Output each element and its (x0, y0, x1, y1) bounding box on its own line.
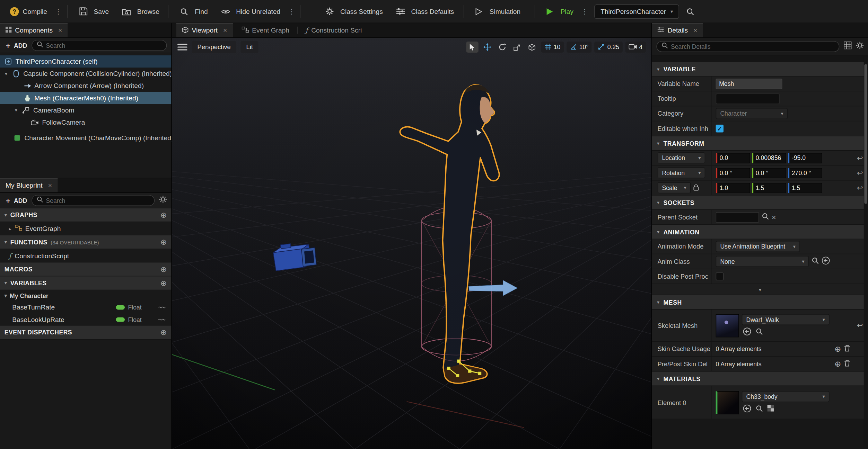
coordinate-space-button[interactable] (526, 42, 538, 53)
add-array-element-button[interactable]: ⊕ (834, 344, 841, 353)
my-blueprint-search-field[interactable] (46, 197, 150, 204)
not-editable-icon[interactable] (158, 304, 166, 311)
close-icon[interactable]: × (58, 27, 62, 34)
variable-name-field[interactable]: Mesh (716, 78, 782, 89)
variable-baseturnrate[interactable]: BaseTurnRate Float (0, 301, 171, 313)
tree-item-cameraboom[interactable]: ▾ CameraBoom (0, 104, 171, 116)
tree-item-mesh[interactable]: Mesh (CharacterMesh0) (Inherited) (0, 92, 171, 104)
anim-class-use-selected-button[interactable] (822, 257, 830, 267)
socket-clear-button[interactable]: × (772, 213, 776, 221)
anim-class-dropdown[interactable]: None ▾ (716, 256, 809, 267)
rotation-z-field[interactable]: 270.0 ° (788, 168, 822, 178)
functions-section-header[interactable]: ▾ FUNCTIONS (34 OVERRIDABLE) ⊕ (0, 235, 171, 249)
add-component-button[interactable]: ＋ ADD (5, 40, 27, 50)
location-dropdown[interactable]: Location ▾ (658, 152, 705, 163)
details-search-input[interactable] (656, 41, 839, 52)
section-variable-header[interactable]: ▾ VARIABLE (652, 62, 868, 77)
location-y-field[interactable]: 0.000856 (752, 153, 786, 163)
debug-object-dropdown[interactable]: ThirdPersonCharacter ▾ (595, 4, 679, 19)
tree-item-arrow[interactable]: Arrow Component (Arrow) (Inherited) (0, 80, 171, 92)
viewport-3d[interactable]: Perspective Lit 10 10° (172, 38, 651, 449)
add-event-dispatcher-button[interactable]: ⊕ (160, 328, 167, 337)
viewport-options-menu-icon[interactable] (177, 43, 187, 52)
not-editable-icon[interactable] (158, 316, 166, 323)
add-macro-button[interactable]: ⊕ (160, 265, 167, 274)
chevron-down-icon[interactable]: ▾ (13, 107, 19, 113)
tab-details[interactable]: Details × (652, 23, 703, 37)
disable-post-process-checkbox[interactable] (716, 272, 724, 280)
section-transform-header[interactable]: ▾ TRANSFORM (652, 136, 868, 151)
material-dropdown[interactable]: Ch33_body ▾ (742, 391, 830, 402)
find-button[interactable]: Find (172, 2, 213, 20)
hide-unrelated-button[interactable]: Hide Unrelated (213, 2, 286, 20)
tab-construction-script[interactable]: ƒ Construction Scri (300, 23, 367, 37)
variable-baselookuprate[interactable]: BaseLookUpRate Float (0, 314, 171, 326)
rotation-dropdown[interactable]: Rotation ▾ (658, 167, 705, 178)
scale-y-field[interactable]: 1.5 (752, 182, 786, 193)
scale-x-field[interactable]: 1.0 (716, 182, 750, 193)
scale-lock-icon[interactable] (693, 183, 699, 192)
chevron-down-icon[interactable]: ▾ (3, 71, 9, 77)
components-search-field[interactable] (46, 42, 162, 48)
animation-advanced-expander[interactable]: ▾ (652, 284, 868, 295)
location-x-field[interactable]: 0.0 (716, 153, 750, 163)
move-tool-button[interactable] (481, 42, 493, 53)
close-icon[interactable]: × (693, 27, 697, 34)
close-icon[interactable]: × (48, 182, 52, 189)
chevron-right-icon[interactable]: ▸ (9, 226, 11, 232)
compile-options-menu[interactable]: ⋮ (53, 8, 64, 15)
location-z-field[interactable]: -95.0 (788, 153, 822, 163)
tab-event-graph[interactable]: Event Graph (236, 23, 295, 37)
rotate-tool-button[interactable] (496, 42, 508, 53)
lit-mode-dropdown[interactable]: Lit (241, 41, 258, 53)
debug-filter-search-button[interactable] (684, 4, 697, 19)
perspective-dropdown[interactable]: Perspective (192, 41, 236, 53)
class-settings-button[interactable]: Class Settings (317, 2, 388, 20)
macros-section-header[interactable]: MACROS ⊕ (0, 262, 171, 276)
clear-array-button[interactable] (844, 359, 866, 368)
add-variable-button[interactable]: ⊕ (160, 279, 167, 288)
tab-viewport[interactable]: Viewport × (176, 23, 233, 37)
grid-snap-toggle[interactable]: 10 (541, 42, 564, 53)
scale-dropdown[interactable]: Scale ▾ (658, 182, 691, 193)
scale-tool-button[interactable] (511, 42, 523, 53)
play-options-menu[interactable]: ⋮ (579, 8, 590, 15)
camera-speed-control[interactable]: 4 (625, 42, 646, 53)
details-search-field[interactable] (671, 43, 834, 50)
tree-item-followcamera[interactable]: FollowCamera (0, 116, 171, 128)
add-graph-button[interactable]: ⊕ (160, 210, 167, 219)
variable-category-my-character[interactable]: ▾ My Character (0, 290, 171, 301)
clear-array-button[interactable] (844, 344, 866, 353)
rotation-x-field[interactable]: 0.0 ° (716, 168, 750, 178)
category-dropdown[interactable]: Character ▾ (716, 108, 788, 119)
hide-unrelated-options-menu[interactable]: ⋮ (286, 8, 297, 15)
class-defaults-button[interactable]: Class Defaults (388, 2, 459, 20)
material-browse-button[interactable] (756, 405, 763, 414)
play-button[interactable]: Play (538, 2, 579, 20)
skeletal-mesh-browse-button[interactable] (756, 327, 763, 336)
material-checker-button[interactable] (767, 405, 774, 413)
close-icon[interactable]: × (223, 27, 227, 34)
editable-when-inherited-checkbox[interactable]: ✓ (716, 125, 724, 132)
section-materials-header[interactable]: ▾ MATERIALS (652, 372, 868, 386)
add-function-button[interactable]: ⊕ (160, 237, 167, 246)
material-thumbnail[interactable] (716, 391, 739, 414)
socket-search-button[interactable] (762, 213, 769, 222)
rotation-snap-toggle[interactable]: 10° (567, 42, 592, 53)
details-display-options-button[interactable] (844, 42, 851, 51)
section-animation-header[interactable]: ▾ ANIMATION (652, 225, 868, 240)
event-dispatchers-section-header[interactable]: EVENT DISPATCHERS ⊕ (0, 326, 171, 340)
add-blueprint-item-button[interactable]: ＋ ADD (5, 195, 27, 205)
material-use-selected-button[interactable] (743, 404, 751, 414)
section-sockets-header[interactable]: ▾ SOCKETS (652, 196, 868, 210)
rotation-y-field[interactable]: 0.0 ° (752, 168, 786, 178)
browse-button[interactable]: Browse (114, 2, 165, 20)
tree-item-charmovement[interactable]: Character Movement (CharMoveComp) (Inher… (0, 132, 171, 144)
details-settings-gear-button[interactable] (856, 42, 863, 51)
my-blueprint-search-input[interactable] (32, 195, 155, 206)
simulation-button[interactable]: Simulation (467, 2, 526, 20)
tab-my-blueprint[interactable]: My Blueprint × (0, 178, 58, 192)
scale-snap-toggle[interactable]: 0.25 (595, 42, 623, 53)
save-button[interactable]: Save (71, 2, 114, 20)
blueprint-filter-gear-button[interactable] (159, 196, 167, 205)
